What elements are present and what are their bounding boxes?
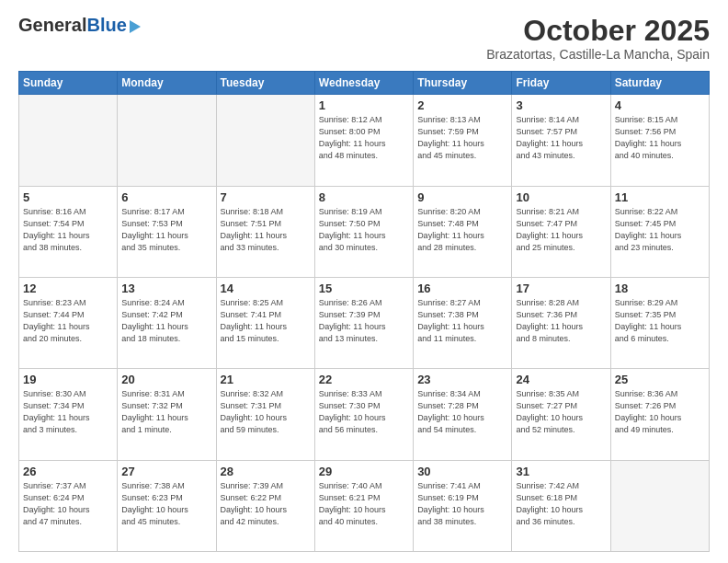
calendar-cell: 15Sunrise: 8:26 AMSunset: 7:39 PMDayligh… — [314, 277, 413, 368]
day-number: 6 — [121, 190, 211, 204]
weekday-header-row: Sunday Monday Tuesday Wednesday Thursday… — [19, 72, 710, 95]
day-number: 30 — [417, 465, 507, 478]
day-number: 11 — [615, 190, 705, 204]
calendar-cell — [216, 95, 314, 186]
calendar-cell: 23Sunrise: 8:34 AMSunset: 7:28 PMDayligh… — [414, 369, 512, 460]
calendar-body: 1Sunrise: 8:12 AMSunset: 8:00 PMDaylight… — [19, 95, 710, 552]
day-info: Sunrise: 8:30 AMSunset: 7:34 PMDaylight:… — [23, 388, 113, 436]
day-number: 8 — [319, 190, 409, 204]
day-number: 18 — [615, 282, 705, 295]
calendar-cell: 24Sunrise: 8:35 AMSunset: 7:27 PMDayligh… — [512, 369, 610, 460]
header-monday: Monday — [118, 72, 216, 95]
day-info: Sunrise: 8:15 AMSunset: 7:56 PMDaylight:… — [615, 114, 705, 162]
calendar-cell: 8Sunrise: 8:19 AMSunset: 7:50 PMDaylight… — [314, 186, 413, 277]
location-subtitle: Brazatortas, Castille-La Mancha, Spain — [486, 47, 710, 62]
calendar-week-row: 5Sunrise: 8:16 AMSunset: 7:54 PMDaylight… — [19, 186, 710, 277]
day-info: Sunrise: 7:38 AMSunset: 6:23 PMDaylight:… — [121, 480, 211, 528]
calendar-cell: 28Sunrise: 7:39 AMSunset: 6:22 PMDayligh… — [216, 460, 314, 551]
day-number: 19 — [23, 373, 113, 386]
day-info: Sunrise: 8:23 AMSunset: 7:44 PMDaylight:… — [23, 297, 113, 345]
day-info: Sunrise: 7:42 AMSunset: 6:18 PMDaylight:… — [516, 480, 606, 528]
day-info: Sunrise: 8:14 AMSunset: 7:57 PMDaylight:… — [516, 114, 606, 162]
day-info: Sunrise: 8:22 AMSunset: 7:45 PMDaylight:… — [615, 206, 705, 254]
calendar-cell — [19, 95, 118, 186]
day-info: Sunrise: 8:26 AMSunset: 7:39 PMDaylight:… — [319, 297, 409, 345]
day-info: Sunrise: 8:18 AMSunset: 7:51 PMDaylight:… — [221, 206, 311, 254]
calendar-cell: 17Sunrise: 8:28 AMSunset: 7:36 PMDayligh… — [512, 277, 610, 368]
calendar-cell: 18Sunrise: 8:29 AMSunset: 7:35 PMDayligh… — [610, 277, 709, 368]
calendar-cell — [610, 460, 709, 551]
calendar-table: Sunday Monday Tuesday Wednesday Thursday… — [18, 71, 710, 552]
header-wednesday: Wednesday — [314, 72, 413, 95]
header-friday: Friday — [512, 72, 610, 95]
day-info: Sunrise: 8:31 AMSunset: 7:32 PMDaylight:… — [121, 388, 211, 436]
day-info: Sunrise: 8:34 AMSunset: 7:28 PMDaylight:… — [417, 388, 507, 436]
header-tuesday: Tuesday — [216, 72, 314, 95]
calendar-cell: 14Sunrise: 8:25 AMSunset: 7:41 PMDayligh… — [216, 277, 314, 368]
day-number: 5 — [23, 190, 113, 204]
day-number: 7 — [221, 190, 311, 204]
calendar-cell: 22Sunrise: 8:33 AMSunset: 7:30 PMDayligh… — [314, 369, 413, 460]
calendar-cell: 10Sunrise: 8:21 AMSunset: 7:47 PMDayligh… — [512, 186, 610, 277]
day-number: 26 — [23, 465, 113, 478]
header-sunday: Sunday — [19, 72, 118, 95]
day-number: 1 — [319, 98, 409, 112]
day-info: Sunrise: 8:12 AMSunset: 8:00 PMDaylight:… — [319, 114, 409, 162]
day-info: Sunrise: 8:24 AMSunset: 7:42 PMDaylight:… — [121, 297, 211, 345]
logo-arrow-icon — [130, 20, 141, 33]
title-area: October 2025 Brazatortas, Castille-La Ma… — [486, 15, 710, 62]
header-thursday: Thursday — [414, 72, 512, 95]
day-number: 20 — [121, 373, 211, 386]
logo-general: General — [18, 15, 86, 36]
calendar-week-row: 26Sunrise: 7:37 AMSunset: 6:24 PMDayligh… — [19, 460, 710, 551]
calendar-cell: 2Sunrise: 8:13 AMSunset: 7:59 PMDaylight… — [414, 95, 512, 186]
header: General Blue October 2025 Brazatortas, C… — [18, 15, 710, 62]
day-number: 15 — [319, 282, 409, 295]
page: General Blue October 2025 Brazatortas, C… — [0, 0, 728, 563]
day-info: Sunrise: 8:19 AMSunset: 7:50 PMDaylight:… — [319, 206, 409, 254]
calendar-cell: 5Sunrise: 8:16 AMSunset: 7:54 PMDaylight… — [19, 186, 118, 277]
month-title: October 2025 — [486, 15, 710, 47]
calendar-cell: 29Sunrise: 7:40 AMSunset: 6:21 PMDayligh… — [314, 460, 413, 551]
calendar-cell: 9Sunrise: 8:20 AMSunset: 7:48 PMDaylight… — [414, 186, 512, 277]
day-info: Sunrise: 8:17 AMSunset: 7:53 PMDaylight:… — [121, 206, 211, 254]
day-info: Sunrise: 8:32 AMSunset: 7:31 PMDaylight:… — [221, 388, 311, 436]
calendar-cell: 26Sunrise: 7:37 AMSunset: 6:24 PMDayligh… — [19, 460, 118, 551]
day-number: 9 — [417, 190, 507, 204]
calendar-week-row: 12Sunrise: 8:23 AMSunset: 7:44 PMDayligh… — [19, 277, 710, 368]
calendar-cell: 30Sunrise: 7:41 AMSunset: 6:19 PMDayligh… — [414, 460, 512, 551]
calendar-cell: 31Sunrise: 7:42 AMSunset: 6:18 PMDayligh… — [512, 460, 610, 551]
calendar-cell: 6Sunrise: 8:17 AMSunset: 7:53 PMDaylight… — [118, 186, 216, 277]
calendar-cell: 7Sunrise: 8:18 AMSunset: 7:51 PMDaylight… — [216, 186, 314, 277]
day-number: 25 — [615, 373, 705, 386]
day-number: 21 — [221, 373, 311, 386]
day-number: 4 — [615, 98, 705, 112]
day-number: 27 — [121, 465, 211, 478]
calendar-cell: 27Sunrise: 7:38 AMSunset: 6:23 PMDayligh… — [118, 460, 216, 551]
day-number: 10 — [516, 190, 606, 204]
day-info: Sunrise: 7:40 AMSunset: 6:21 PMDaylight:… — [319, 480, 409, 528]
day-number: 22 — [319, 373, 409, 386]
day-number: 14 — [221, 282, 311, 295]
day-number: 24 — [516, 373, 606, 386]
header-saturday: Saturday — [610, 72, 709, 95]
calendar-cell: 12Sunrise: 8:23 AMSunset: 7:44 PMDayligh… — [19, 277, 118, 368]
calendar-cell: 13Sunrise: 8:24 AMSunset: 7:42 PMDayligh… — [118, 277, 216, 368]
calendar-cell: 19Sunrise: 8:30 AMSunset: 7:34 PMDayligh… — [19, 369, 118, 460]
day-number: 2 — [417, 98, 507, 112]
day-info: Sunrise: 7:39 AMSunset: 6:22 PMDaylight:… — [221, 480, 311, 528]
day-number: 28 — [221, 465, 311, 478]
calendar-cell: 4Sunrise: 8:15 AMSunset: 7:56 PMDaylight… — [610, 95, 709, 186]
day-number: 29 — [319, 465, 409, 478]
day-info: Sunrise: 8:28 AMSunset: 7:36 PMDaylight:… — [516, 297, 606, 345]
day-info: Sunrise: 8:27 AMSunset: 7:38 PMDaylight:… — [417, 297, 507, 345]
day-info: Sunrise: 8:21 AMSunset: 7:47 PMDaylight:… — [516, 206, 606, 254]
day-info: Sunrise: 7:37 AMSunset: 6:24 PMDaylight:… — [23, 480, 113, 528]
calendar-cell — [118, 95, 216, 186]
day-info: Sunrise: 8:16 AMSunset: 7:54 PMDaylight:… — [23, 206, 113, 254]
calendar-cell: 21Sunrise: 8:32 AMSunset: 7:31 PMDayligh… — [216, 369, 314, 460]
logo-blue: Blue — [86, 15, 126, 36]
logo: General Blue — [18, 15, 141, 36]
day-info: Sunrise: 8:36 AMSunset: 7:26 PMDaylight:… — [615, 388, 705, 436]
day-info: Sunrise: 8:13 AMSunset: 7:59 PMDaylight:… — [417, 114, 507, 162]
